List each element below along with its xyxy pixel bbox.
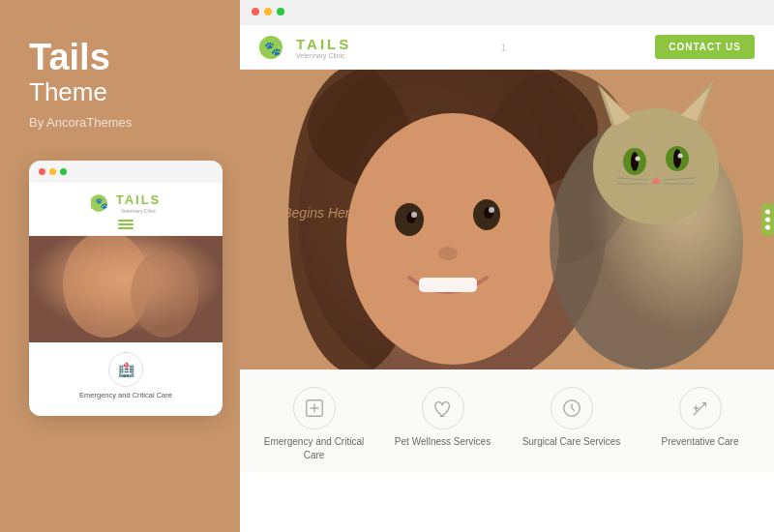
mockup-emergency-icon: 🏥 bbox=[108, 352, 143, 387]
emergency-icon-wrap bbox=[293, 387, 336, 429]
mockup-hero-image: Care Begins Here bbox=[29, 236, 223, 342]
site-logo-text: TAILS bbox=[296, 36, 351, 52]
hamburger-line-3 bbox=[118, 227, 134, 229]
browser-chrome-bar bbox=[240, 0, 774, 21]
service-item-preventative: Preventative Care bbox=[643, 387, 757, 449]
svg-point-32 bbox=[678, 154, 683, 159]
surgical-icon bbox=[561, 398, 582, 419]
mockup-header: 🐾 TAILS Veterinary Clinic bbox=[29, 183, 223, 236]
emergency-icon bbox=[304, 398, 325, 419]
service-item-wellness: Pet Wellness Services bbox=[386, 387, 499, 449]
mockup-logo: 🐾 TAILS Veterinary Clinic bbox=[91, 192, 162, 214]
site-nav: 1 bbox=[500, 42, 506, 53]
svg-point-18 bbox=[489, 207, 494, 213]
browser-dot-red[interactable] bbox=[252, 8, 259, 15]
preventative-icon-wrap bbox=[679, 387, 722, 429]
wellness-label: Pet Wellness Services bbox=[395, 435, 491, 449]
svg-point-4 bbox=[131, 251, 198, 338]
site-logo: 🐾 TAILS Veterinary Clinic bbox=[259, 33, 351, 62]
service-item-surgical: Surgical Care Services bbox=[515, 387, 628, 449]
contact-us-button[interactable]: CONTACT US bbox=[655, 35, 755, 59]
service-item-emergency: Emergency and Critical Care bbox=[257, 387, 371, 462]
mobile-hamburger[interactable] bbox=[118, 220, 134, 229]
svg-line-42 bbox=[693, 403, 705, 416]
mockup-browser-bar bbox=[29, 161, 223, 183]
site-hero-section: Care Begins Here bbox=[240, 70, 774, 369]
svg-rect-20 bbox=[419, 278, 477, 292]
surgical-icon-wrap bbox=[551, 387, 593, 429]
brand-subtitle: Theme bbox=[29, 77, 107, 107]
side-dot-3[interactable] bbox=[765, 225, 770, 230]
mockup-service-label: Emergency and Critical Care bbox=[79, 391, 172, 400]
svg-text:🐾: 🐾 bbox=[95, 196, 108, 210]
brand-by: By AncoraThemes bbox=[29, 115, 132, 130]
mockup-dot-green bbox=[60, 168, 67, 175]
svg-text:🐾: 🐾 bbox=[264, 41, 282, 57]
wellness-icon bbox=[432, 398, 454, 419]
hero-text: Care Begins Here bbox=[250, 205, 357, 221]
side-dot-2[interactable] bbox=[765, 218, 770, 222]
svg-point-30 bbox=[673, 149, 681, 168]
browser-dot-green[interactable] bbox=[277, 8, 284, 15]
site-logo-sub: Veterinary Clinic bbox=[296, 52, 351, 59]
svg-point-12 bbox=[346, 113, 559, 365]
mockup-paw-icon: 🐾 bbox=[91, 192, 112, 214]
left-panel: Tails Theme By AncoraThemes 🐾 TAILS Vete… bbox=[0, 0, 240, 532]
mockup-logo-sub: Veterinary Clinic bbox=[116, 208, 162, 214]
mockup-logo-text: TAILS bbox=[116, 192, 162, 207]
side-dot-1[interactable] bbox=[765, 210, 770, 215]
browser-dot-yellow[interactable] bbox=[264, 8, 272, 15]
surgical-label: Surgical Care Services bbox=[522, 435, 621, 449]
brand-title: Tails bbox=[29, 39, 110, 75]
preventative-icon bbox=[690, 398, 711, 419]
site-header: 🐾 TAILS Veterinary Clinic 1 CONTACT US bbox=[240, 25, 774, 70]
mobile-mockup: 🐾 TAILS Veterinary Clinic Care Begins He… bbox=[29, 161, 223, 416]
mockup-dot-red bbox=[39, 168, 45, 175]
preventative-label: Preventative Care bbox=[661, 435, 738, 449]
hero-side-dots[interactable] bbox=[761, 204, 774, 236]
mockup-hero-svg bbox=[29, 236, 223, 342]
svg-point-19 bbox=[438, 247, 458, 260]
svg-point-31 bbox=[636, 157, 640, 162]
browser-frame: 🐾 TAILS Veterinary Clinic 1 CONTACT US bbox=[240, 25, 774, 532]
hamburger-line-2 bbox=[118, 223, 134, 225]
hamburger-line-1 bbox=[118, 220, 134, 222]
right-panel: 🐾 TAILS Veterinary Clinic 1 CONTACT US bbox=[240, 0, 774, 532]
wellness-icon-wrap bbox=[422, 387, 464, 429]
services-section: Emergency and Critical Care Pet Wellness… bbox=[240, 369, 774, 472]
mockup-dot-yellow bbox=[49, 168, 56, 175]
emergency-label: Emergency and Critical Care bbox=[257, 435, 371, 462]
svg-point-29 bbox=[631, 152, 639, 171]
site-paw-icon: 🐾 bbox=[259, 33, 288, 62]
svg-point-17 bbox=[411, 212, 417, 218]
mockup-services: 🏥 Emergency and Critical Care bbox=[29, 342, 223, 400]
